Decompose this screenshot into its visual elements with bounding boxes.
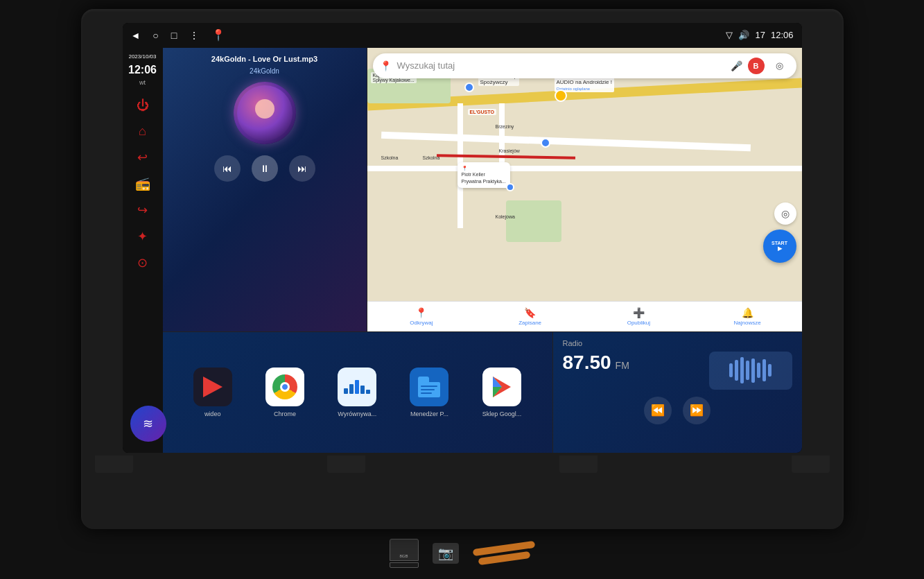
najnowsze-label: Najnowsze (734, 320, 761, 326)
current-time: 12:06 (771, 30, 794, 40)
music-controls: ⏮ ⏸ ⏭ (170, 155, 360, 182)
map-avatar[interactable]: B (748, 58, 765, 74)
app-wideo[interactable]: wideo (193, 368, 232, 417)
sidebar-back-icon[interactable]: ↩ (123, 146, 163, 169)
files-icon (410, 368, 448, 406)
map-tab-zapisane[interactable]: 🔖 Zapisane (476, 302, 584, 331)
radio-label: Radio (563, 339, 792, 347)
radio-main: 87.50 FM (563, 352, 792, 390)
zapisane-icon: 🔖 (524, 307, 536, 318)
play-pause-button[interactable]: ⏸ (252, 155, 278, 182)
status-indicators: ▽ 🔊 17 12:06 (726, 30, 793, 40)
home-button[interactable]: ○ (152, 30, 158, 41)
camera-accessory: 📷 (433, 543, 459, 564)
maps-shortcut[interactable]: 📍 (211, 28, 225, 42)
waveform-bar-2 (735, 360, 738, 381)
opublikuj-icon: ➕ (633, 307, 645, 318)
sidebar-home-icon[interactable]: ⌂ (123, 120, 163, 143)
map-search-text[interactable]: Wyszukaj tutaj (397, 60, 725, 71)
pry-tools (473, 545, 535, 562)
app-chrome[interactable]: Chrome (265, 368, 304, 417)
playstore-icon (482, 368, 521, 406)
najnowsze-icon: 🔔 (742, 307, 753, 318)
app-playstore[interactable]: Sklep Googl... (482, 368, 522, 417)
prev-button[interactable]: ⏮ (214, 155, 241, 182)
radio-frequency: 87.50 (563, 352, 611, 374)
music-artist: 24kGoldn (170, 67, 360, 75)
map-tab-odkrywaj[interactable]: 📍 Odkrywaj (367, 302, 476, 331)
bracket-left (95, 456, 133, 473)
sidebar-power-icon[interactable]: ⏻ (123, 94, 163, 117)
map-tab-najnowsze[interactable]: 🔔 Najnowsze (693, 302, 802, 331)
map-start-button[interactable]: START ▶ (763, 230, 796, 263)
sidebar-bluetooth-icon[interactable]: ✦ (123, 225, 163, 248)
radio-panel: Radio 87.50 FM (552, 332, 802, 453)
playstore-label: Sklep Googl... (482, 411, 522, 417)
bracket-center-right (559, 456, 598, 473)
bracket-center-left (327, 456, 365, 473)
map-info-piotr: 📍 Piotr KellerPrywatna Praktyka... (457, 162, 510, 188)
map-pin-blue (541, 138, 550, 148)
map-pin-1 (464, 83, 474, 92)
sidebar-back2-icon[interactable]: ↪ (123, 198, 163, 222)
back-button[interactable]: ◄ (131, 30, 141, 41)
brackets-row (81, 456, 844, 473)
music-wave-button[interactable]: ≋ (130, 406, 166, 442)
main-content: 2023/10/03 12:06 wt ⏻ ⌂ ↩ 📻 ↪ ✦ ⊙ ≋ (123, 48, 802, 453)
map-location-button[interactable]: ◎ (774, 202, 796, 225)
app-files[interactable]: Menedżer P... (410, 368, 448, 417)
radio-waveform (709, 352, 792, 390)
map-search-icon: 📍 (380, 60, 392, 71)
status-bar: ◄ ○ □ ⋮ 📍 ▽ 🔊 17 12:06 (123, 23, 802, 48)
sidebar-time: 12:06 (128, 64, 157, 76)
top-panels: 24kGoldn - Love Or Lust.mp3 24kGoldn (163, 48, 802, 331)
wideo-icon (193, 368, 232, 406)
outer-frame: ◄ ○ □ ⋮ 📍 ▽ 🔊 17 12:06 2023/10/03 (0, 0, 924, 579)
waveform-bar-5 (751, 358, 755, 383)
bracket-right (792, 456, 830, 473)
waveform-bar-8 (768, 364, 772, 377)
recent-button[interactable]: □ (171, 30, 177, 41)
files-label: Menedżer P... (410, 411, 448, 417)
app-equalizer[interactable]: Wyrównywa... (338, 368, 376, 417)
menu-button[interactable]: ⋮ (189, 30, 199, 41)
camera-icon: 📷 (438, 546, 453, 561)
chrome-logo (272, 374, 297, 399)
maps-panel: 📍 Wyszukaj tutaj 🎤 B ◎ (367, 48, 802, 331)
equalizer-icon (338, 368, 376, 406)
album-art (234, 82, 296, 144)
waveform-bar-7 (762, 359, 766, 381)
map-tab-opublikuj[interactable]: ➕ Opublikuj (584, 302, 693, 331)
sidebar: 2023/10/03 12:06 wt ⏻ ⌂ ↩ 📻 ↪ ✦ ⊙ ≋ (123, 48, 163, 453)
wifi-icon: ▽ (726, 30, 733, 40)
map-pin-orange (555, 89, 567, 102)
radio-info: 87.50 FM (563, 352, 702, 390)
next-button[interactable]: ⏭ (289, 155, 315, 182)
signal-strength: 17 (755, 30, 765, 40)
map-label-krasiejow: Krasiejów (499, 148, 520, 153)
map-compass-icon[interactable]: ◎ (770, 56, 790, 76)
map-label-elgusto: EL'GUSTO (468, 109, 496, 115)
map-label-kolejowa: Kolejowa (496, 214, 515, 219)
sidebar-radio-icon[interactable]: 📻 (123, 172, 163, 196)
music-player-panel: 24kGoldn - Love Or Lust.mp3 24kGoldn (163, 48, 367, 331)
map-tabs: 📍 Odkrywaj 🔖 Zapisane ➕ Opublikuj (367, 301, 802, 331)
odkrywaj-label: Odkrywaj (410, 320, 433, 326)
chrome-label: Chrome (274, 411, 296, 417)
map-mic-icon[interactable]: 🎤 (731, 60, 742, 71)
sd-card-container: 8GB (390, 539, 419, 568)
bottom-panels: wideo Chrome (163, 331, 802, 453)
sidebar-day: wt (139, 79, 146, 86)
map-label-szkolna2: Szkolna (423, 155, 440, 160)
radio-band: FM (616, 360, 629, 371)
sidebar-location-icon[interactable]: ⊙ (123, 251, 163, 275)
wideo-label: wideo (204, 411, 221, 417)
radio-next-button[interactable]: ⏩ (683, 397, 711, 424)
map-search-bar[interactable]: 📍 Wyszukaj tutaj 🎤 B ◎ (373, 53, 796, 78)
radio-prev-button[interactable]: ⏪ (644, 397, 672, 424)
map-label-brzeziny: Brzeziny (496, 124, 514, 129)
screen: ◄ ○ □ ⋮ 📍 ▽ 🔊 17 12:06 2023/10/03 (123, 23, 802, 453)
content-area: 24kGoldn - Love Or Lust.mp3 24kGoldn (163, 48, 802, 453)
odkrywaj-icon: 📍 (415, 307, 427, 318)
map-pin-krasiejow (506, 183, 514, 191)
